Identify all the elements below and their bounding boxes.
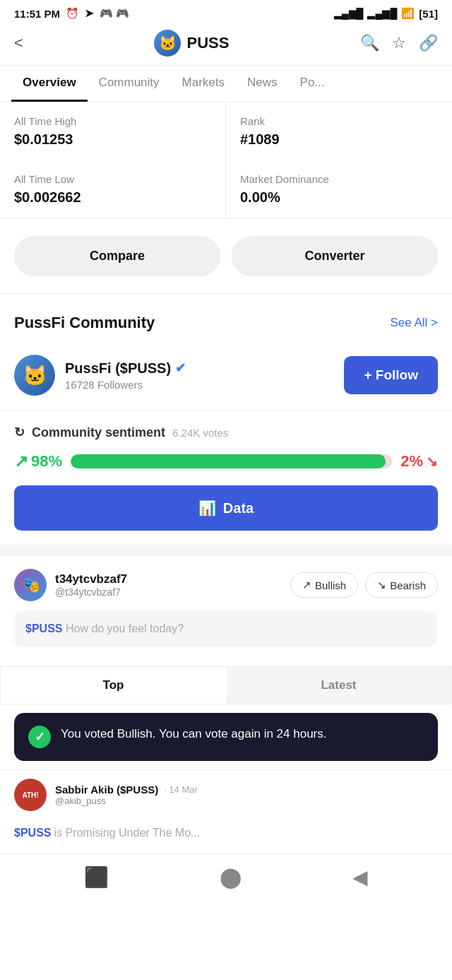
tab-news[interactable]: News [236,66,289,102]
converter-button[interactable]: Converter [232,236,438,276]
bearish-percentage: 2% ↘ [400,452,438,471]
atl-value: $0.002662 [14,189,211,206]
community-section-header: PussFi Community See All > [0,294,452,343]
tab-bar: Overview Community Markets News Po... [0,66,452,102]
tab-latest[interactable]: Latest [226,667,451,704]
post-placeholder-text: How do you feel today? [66,622,184,634]
coin-logo: 🐱 [154,30,181,57]
data-button[interactable]: 📊 Data [14,485,438,531]
favorite-button[interactable]: ☆ [392,34,406,52]
top-nav: < 🐱 PUSS 🔍 ☆ 🔗 [0,24,452,66]
sentiment-progress-fill [71,454,386,468]
navigation-icon: ➤ [85,7,94,20]
wifi-icon: 📶 [401,7,415,20]
see-all-button[interactable]: See All > [390,316,438,330]
compare-button[interactable]: Compare [14,236,220,276]
sentiment-label: Community sentiment [32,425,165,440]
user-avatar: 🎭 [14,569,47,601]
ath-label: All Time High [14,115,211,127]
section-divider [0,545,452,550]
tab-portfolio[interactable]: Po... [289,66,336,102]
post-preview-content: Sabbir Akib ($PUSS) · 14 Mar @akib_puss [55,784,438,806]
back-nav-button[interactable]: ◀ [352,866,368,889]
dominance-label: Market Dominance [240,173,438,185]
tab-community[interactable]: Community [88,66,171,102]
rank-value: #1089 [240,131,438,148]
posts-tabs: Top Latest [0,666,452,704]
user-info: t34ytcvbzaf7 @t34ytcvbzaf7 [55,572,127,598]
bearish-vote-button[interactable]: ↘ Bearish [365,572,438,598]
user-info-left: 🎭 t34ytcvbzaf7 @t34ytcvbzaf7 [14,569,127,601]
rank-label: Rank [240,115,438,127]
coin-title: 🐱 PUSS [154,30,229,57]
status-bar-right: ▂▄▆█ ▂▄▆█ 📶 [51] [334,7,438,20]
signal-icon-2: ▂▄▆█ [367,8,397,19]
time-display: 11:51 PM [14,8,60,20]
sentiment-progress-bar [71,454,392,468]
status-bar: 11:51 PM ⏰ ➤ 🎮 🎮 ▂▄▆█ ▂▄▆█ 📶 [51] [0,0,452,24]
stats-grid: All Time High $0.01253 Rank #1089 All Ti… [0,102,452,219]
back-button[interactable]: < [14,34,23,52]
post-ticker: $PUSS [25,622,62,634]
post-snippet: $PUSS is Promising Under The Mo... [0,820,452,854]
stat-atl: All Time Low $0.002662 [0,160,226,218]
game-icons: 🎮 🎮 [100,7,129,20]
stat-ath: All Time High $0.01253 [0,102,226,160]
sentiment-section: ↻ Community sentiment 6.24K votes ↗ 98% … [0,411,452,471]
content-area: All Time High $0.01253 Rank #1089 All Ti… [0,102,452,854]
status-bar-left: 11:51 PM ⏰ ➤ 🎮 🎮 [14,7,129,20]
toast-container: ✓ You voted Bullish. You can vote again … [0,704,452,769]
post-preview-date: · 14 Mar [164,784,198,795]
action-buttons-row: Compare Converter [0,219,452,294]
bullish-vote-icon: ↗ [302,579,311,591]
tab-markets[interactable]: Markets [171,66,236,102]
profile-name: PussFi ($PUSS) ✔ [65,360,186,377]
nav-icons: 🔍 ☆ 🔗 [360,34,438,52]
community-title: PussFi Community [14,314,155,332]
tab-overview[interactable]: Overview [11,66,88,102]
sentiment-header: ↻ Community sentiment 6.24K votes [14,425,438,440]
vote-buttons: ↗ Bullish ↘ Bearish [290,572,438,598]
stat-dominance: Market Dominance 0.00% [226,160,452,218]
follow-button[interactable]: + Follow [344,356,438,394]
dominance-value: 0.00% [240,189,438,206]
sentiment-bar-row: ↗ 98% 2% ↘ [14,451,438,471]
profile-followers: 16728 Followers [65,379,186,391]
alarm-icon: ⏰ [66,7,79,20]
user-post-area: 🎭 t34ytcvbzaf7 @t34ytcvbzaf7 ↗ Bullish ↘… [0,550,452,659]
stat-rank: Rank #1089 [226,102,452,160]
search-button[interactable]: 🔍 [360,34,379,52]
home-button[interactable]: ⬤ [220,866,242,889]
post-preview-row: ATH! Sabbir Akib ($PUSS) · 14 Mar @akib_… [0,769,452,820]
snippet-ticker: $PUSS [14,827,51,839]
post-preview-avatar: ATH! [14,779,47,811]
bearish-arrow-icon: ↘ [426,453,438,470]
post-preview-name: Sabbir Akib ($PUSS) [55,784,158,796]
user-handle: @t34ytcvbzaf7 [55,586,127,598]
bottom-nav: ⬛ ⬤ ◀ [0,854,452,903]
coin-emoji: 🐱 [159,35,177,52]
toast-check-icon: ✓ [28,726,51,748]
ath-value: $0.01253 [14,131,211,148]
atl-label: All Time Low [14,173,211,185]
snippet-text: is Promising Under The Mo... [54,827,200,839]
community-profile-row: 🐱 PussFi ($PUSS) ✔ 16728 Followers + Fol… [0,343,452,411]
profile-left: 🐱 PussFi ($PUSS) ✔ 16728 Followers [14,355,186,396]
toast-message: You voted Bullish. You can vote again in… [61,726,327,743]
square-button[interactable]: ⬛ [84,866,109,889]
toast-notification: ✓ You voted Bullish. You can vote again … [14,713,438,761]
ath-label-icon: ATH! [22,791,38,799]
post-input-field[interactable]: $PUSS How do you feel today? [14,611,438,647]
data-chart-icon: 📊 [198,500,216,516]
battery-display: [51] [419,8,438,20]
bearish-vote-icon: ↘ [377,579,386,591]
post-preview-handle: @akib_puss [55,796,438,806]
coin-name: PUSS [186,34,229,52]
verified-icon: ✔ [175,360,186,376]
profile-avatar: 🐱 [14,355,55,396]
bullish-vote-button[interactable]: ↗ Bullish [290,572,358,598]
tab-top[interactable]: Top [1,667,226,704]
sentiment-icon: ↻ [14,425,25,440]
bullish-percentage: ↗ 98% [14,451,62,471]
share-button[interactable]: 🔗 [419,34,438,52]
